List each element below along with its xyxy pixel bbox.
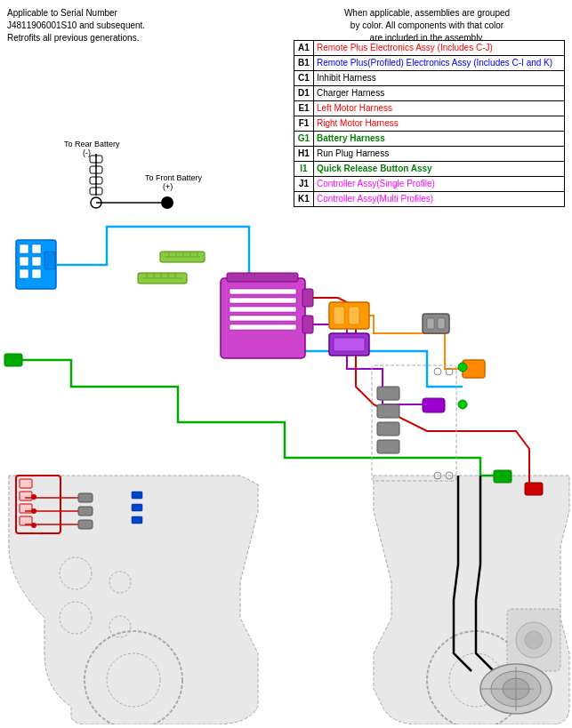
header-color-note-2: by color. All components with that color [294,20,560,32]
svg-rect-75 [334,307,344,324]
header-right: When applicable, assemblies are grouped … [294,7,560,44]
svg-rect-56 [230,316,296,321]
svg-rect-24 [32,244,41,253]
svg-rect-80 [427,318,434,329]
rear-battery-minus: (-) [83,148,91,157]
svg-point-40 [31,523,36,528]
diagram-area: To Rear Battery (-) To Front Battery (+) [0,49,572,724]
page-container: Applicable to Serial Number J4811906001S… [0,0,572,728]
right-frame-detail [372,365,456,481]
svg-rect-34 [20,479,32,488]
svg-rect-78 [334,338,365,351]
svg-rect-79 [423,314,449,333]
header-left: Applicable to Serial Number J4811906001S… [7,7,238,44]
front-battery-label: To Front Battery [145,173,203,182]
svg-point-83 [458,400,467,409]
svg-rect-49 [132,516,142,524]
svg-rect-81 [438,318,445,329]
controller-board [221,273,313,358]
svg-rect-55 [230,307,296,312]
svg-rect-87 [377,422,399,436]
svg-rect-29 [494,470,512,483]
front-battery-connector [96,196,173,209]
svg-rect-23 [20,269,28,278]
svg-rect-44 [78,493,93,502]
green-harness [4,354,512,483]
svg-rect-85 [377,387,399,400]
svg-rect-47 [132,492,142,499]
svg-point-17 [161,196,173,209]
svg-rect-22 [20,257,28,266]
header-serial-label: Applicable to Serial Number [7,7,238,20]
header-retrofit: Retrofits all previous generations. [7,32,238,44]
svg-rect-46 [78,520,93,529]
svg-rect-52 [227,273,298,282]
header-color-note-1: When applicable, assemblies are grouped [294,7,560,20]
svg-rect-50 [525,483,543,495]
svg-point-10 [525,631,543,649]
diagram-svg: To Rear Battery (-) To Front Battery (+) [0,49,572,724]
svg-rect-76 [349,307,359,324]
svg-rect-21 [20,244,28,253]
header-serial-number: J4811906001S10 and subsequent. [7,20,238,32]
svg-rect-27 [44,252,55,269]
svg-rect-25 [32,257,41,266]
rear-battery-label: To Rear Battery [64,140,120,148]
svg-rect-45 [78,507,93,516]
svg-point-38 [31,494,36,500]
svg-rect-58 [302,289,313,307]
svg-rect-53 [230,289,296,294]
green-component-top [138,252,205,284]
svg-rect-32 [423,398,445,412]
svg-rect-48 [132,504,142,511]
svg-point-89 [434,368,441,375]
svg-rect-35 [20,492,32,500]
svg-rect-54 [230,298,296,303]
wheelchair-frame-left [9,476,258,724]
svg-rect-59 [302,316,313,333]
battery-chain [90,154,102,208]
front-battery-plus: (+) [163,182,173,191]
right-connectors [329,302,369,356]
svg-rect-86 [377,404,399,418]
svg-rect-57 [230,324,296,330]
svg-rect-26 [32,269,41,278]
svg-rect-88 [377,440,399,453]
svg-point-82 [458,363,467,372]
svg-rect-28 [4,354,22,366]
